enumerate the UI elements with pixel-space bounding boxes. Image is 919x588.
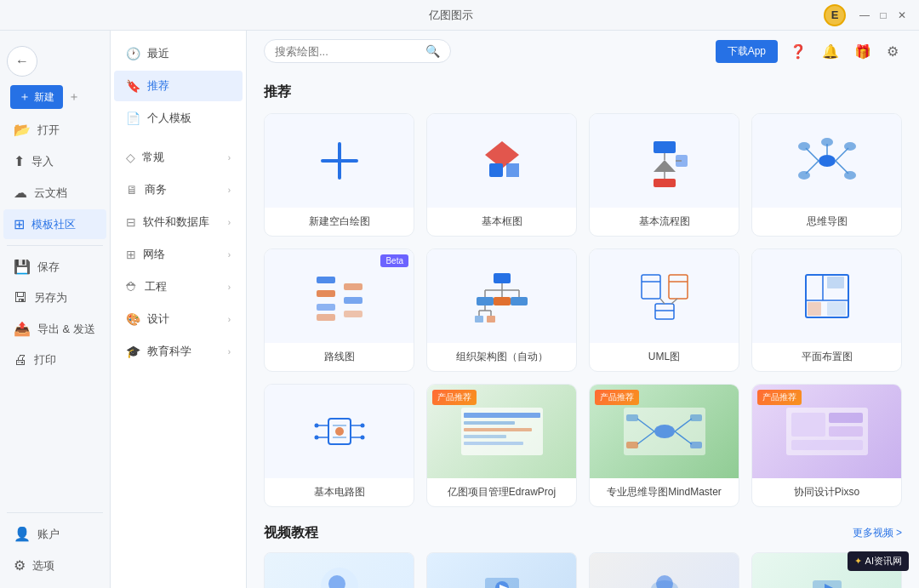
- svg-rect-30: [494, 273, 511, 283]
- sidebar-item-export[interactable]: 📤 导出 & 发送: [3, 314, 106, 344]
- template-card-basic-flow[interactable]: 基本流程图: [589, 113, 739, 237]
- sidebar-item-templates[interactable]: ⊞ 模板社区: [3, 209, 106, 239]
- search-box: 🔍: [264, 39, 451, 63]
- template-card-img-route: Beta: [265, 249, 414, 343]
- chevron-right-icon-2: ›: [228, 186, 231, 195]
- new-blank-label: 新建空白绘图: [309, 208, 370, 236]
- network-label: 网络: [143, 247, 165, 262]
- minimize-button[interactable]: —: [858, 9, 871, 22]
- template-card-pixso[interactable]: 产品推荐 协同设计Pixso: [751, 384, 902, 507]
- recommend-section-title: 推荐: [264, 83, 902, 101]
- svg-point-68: [314, 436, 318, 440]
- svg-point-69: [360, 424, 364, 428]
- product-badge-pixso: 产品推荐: [757, 390, 802, 405]
- recent-label: 最近: [147, 46, 169, 61]
- svg-point-67: [314, 424, 318, 428]
- video-thumb-1: [318, 565, 361, 588]
- sidebar-item-settings[interactable]: ⚙ 选项: [3, 551, 106, 580]
- svg-point-70: [360, 436, 364, 440]
- business-label: 商务: [145, 182, 167, 197]
- sidebar-wide-design[interactable]: 🎨 设计 ›: [114, 304, 243, 334]
- svg-rect-36: [477, 297, 494, 305]
- video-card-3[interactable]: [589, 552, 739, 588]
- content-area: 🔍 下载App ❓ 🔔 🎁 ⚙ 推荐: [247, 31, 919, 588]
- new-button[interactable]: ＋ 新建: [10, 85, 63, 109]
- sidebar-item-save[interactable]: 💾 保存: [3, 252, 106, 282]
- settings-icon: ⚙: [14, 557, 26, 574]
- user-avatar[interactable]: E: [824, 4, 846, 26]
- template-card-basic-frame[interactable]: 基本框图: [426, 113, 577, 237]
- sidebar-item-saveas[interactable]: 🖫 另存为: [3, 283, 106, 312]
- video-thumb-3: [643, 565, 686, 588]
- file-icon: 📄: [126, 111, 140, 125]
- question-icon[interactable]: ❓: [786, 40, 810, 63]
- template-card-mindmaster[interactable]: 产品推荐: [589, 384, 739, 507]
- search-icon: 🔍: [425, 44, 440, 58]
- template-card-uml[interactable]: UML图: [589, 248, 739, 372]
- gift-icon[interactable]: 🎁: [851, 40, 875, 63]
- template-card-img-basic-frame: [427, 114, 576, 208]
- svg-rect-56: [827, 277, 844, 288]
- new-extra-icon[interactable]: ＋: [68, 89, 80, 105]
- content-inner: 推荐 新建空白绘图: [247, 83, 919, 588]
- svg-rect-80: [626, 414, 638, 421]
- svg-point-22: [821, 138, 833, 146]
- sidebar-item-import[interactable]: ⬆ 导入: [3, 146, 106, 176]
- settings-label: 选项: [32, 558, 54, 574]
- template-card-floor[interactable]: 平面布置图: [751, 248, 902, 372]
- helmet-icon: ⛑: [126, 280, 138, 294]
- uml-icon: [635, 266, 694, 326]
- chevron-right-icon: ›: [228, 153, 231, 163]
- close-button[interactable]: ✕: [895, 9, 909, 22]
- svg-rect-57: [808, 302, 821, 316]
- chevron-right-icon-3: ›: [228, 218, 231, 227]
- bell-icon[interactable]: 🔔: [819, 40, 842, 63]
- templates-label: 模板社区: [31, 217, 76, 232]
- back-button[interactable]: ←: [7, 46, 37, 77]
- network-icon: ⊞: [126, 248, 136, 261]
- sidebar-wide-education[interactable]: 🎓 教育科学 ›: [114, 336, 243, 367]
- sidebar-item-cloud[interactable]: ☁ 云文档: [3, 178, 106, 208]
- education-label: 教育科学: [147, 344, 191, 359]
- sidebar-wide-engineering[interactable]: ⛑ 工程 ›: [114, 271, 243, 302]
- video-card-1[interactable]: [264, 552, 414, 588]
- more-videos-link[interactable]: 更多视频 >: [853, 526, 902, 540]
- sidebar-wide-general[interactable]: ◇ 常规 ›: [114, 142, 243, 173]
- maximize-button[interactable]: □: [876, 9, 890, 22]
- org-label: 组织架构图（自动）: [456, 343, 548, 371]
- video-grid: [264, 552, 902, 588]
- sidebar-wide-network[interactable]: ⊞ 网络 ›: [114, 239, 243, 270]
- svg-rect-5: [654, 141, 676, 153]
- template-card-img-basic-flow: [590, 114, 739, 208]
- sidebar-wide-software[interactable]: ⊟ 软件和数据库 ›: [114, 207, 243, 237]
- template-card-new-blank[interactable]: 新建空白绘图: [264, 113, 414, 237]
- template-card-org[interactable]: 组织架构图（自动）: [426, 248, 577, 372]
- template-card-edrawproj[interactable]: 产品推荐 亿图项目管理EdrawProj: [426, 384, 577, 507]
- svg-rect-47: [669, 275, 688, 299]
- sidebar-wide-recent[interactable]: 🕐 最近: [114, 38, 243, 69]
- basic-flow-icon: [635, 131, 694, 191]
- template-card-mindmap[interactable]: 思维导图: [751, 113, 902, 237]
- download-app-button[interactable]: 下载App: [716, 40, 778, 63]
- product-badge-edrawproj: 产品推荐: [432, 390, 477, 405]
- chevron-right-icon-7: ›: [228, 347, 231, 357]
- sidebar-wide-business[interactable]: 🖥 商务 ›: [114, 174, 243, 205]
- sidebar-item-print[interactable]: 🖨 打印: [3, 345, 106, 374]
- sidebar-wide-personal[interactable]: 📄 个人模板: [114, 103, 243, 134]
- sidebar-item-account[interactable]: 👤 账户: [3, 519, 106, 549]
- svg-rect-45: [642, 275, 660, 299]
- template-card-route[interactable]: Beta 路线图: [264, 248, 414, 372]
- search-input[interactable]: [275, 45, 419, 58]
- gear-icon[interactable]: ⚙: [883, 40, 902, 63]
- svg-line-19: [836, 161, 848, 174]
- video-card-2[interactable]: [426, 552, 577, 588]
- sidebar-wide-recommend[interactable]: 🔖 推荐: [114, 71, 243, 101]
- circuit-icon: [310, 402, 369, 461]
- template-card-circuit[interactable]: 基本电路图: [264, 384, 414, 507]
- template-card-img-floor: [752, 249, 901, 343]
- product-badge-mindmaster: 产品推荐: [595, 390, 639, 405]
- mindmaster-label: 专业思维导图MindMaster: [607, 478, 722, 506]
- sidebar-item-open[interactable]: 📂 打开: [3, 115, 106, 145]
- grid-icon: ⊞: [14, 216, 25, 232]
- divider: [7, 245, 103, 246]
